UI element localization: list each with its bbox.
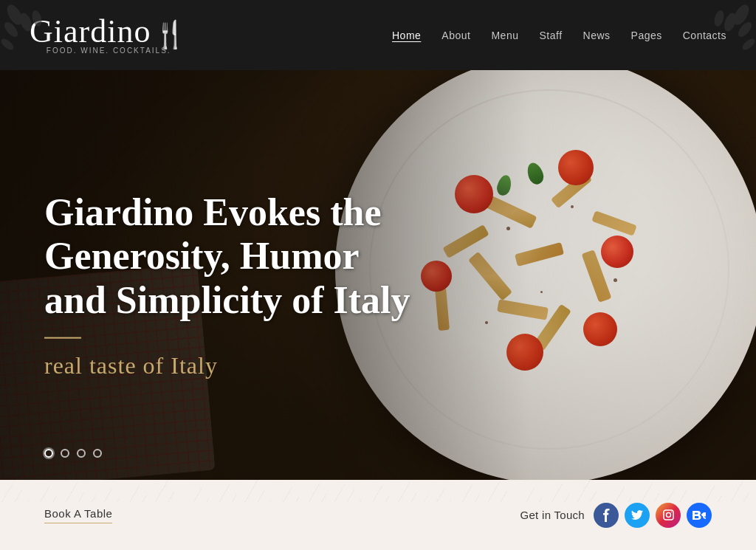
site-header: Giardino 🍴 Food. Wine. Cocktails. Home A… bbox=[0, 0, 756, 70]
social-icons bbox=[594, 503, 712, 528]
behance-icon bbox=[693, 511, 706, 520]
footer-bar: Book A Table Get in Touch bbox=[0, 480, 756, 550]
twitter-icon bbox=[631, 510, 643, 520]
nav-menu[interactable]: Menu bbox=[491, 30, 518, 41]
nav-about[interactable]: About bbox=[441, 30, 470, 41]
logo-name: Giardino 🍴 bbox=[30, 16, 188, 48]
nav-pages[interactable]: Pages bbox=[631, 30, 662, 41]
nav-news[interactable]: News bbox=[583, 30, 611, 41]
carousel-dot-3[interactable] bbox=[77, 449, 86, 458]
carousel-dot-2[interactable] bbox=[61, 449, 69, 458]
hero-title: Giardino Evokes the Generosity, Humor an… bbox=[44, 190, 428, 322]
hero-content: Giardino Evokes the Generosity, Humor an… bbox=[44, 190, 428, 379]
nav-staff[interactable]: Staff bbox=[539, 30, 562, 41]
nav-contacts[interactable]: Contacts bbox=[683, 30, 726, 41]
logo[interactable]: Giardino 🍴 Food. Wine. Cocktails. bbox=[30, 16, 188, 55]
main-nav: Home About Menu Staff News Pages Contact… bbox=[392, 30, 726, 41]
logo-text: Giardino bbox=[30, 16, 151, 48]
fork-icon: 🍴 bbox=[154, 21, 188, 48]
carousel-dot-4[interactable] bbox=[93, 449, 102, 458]
carousel-dot-1[interactable] bbox=[44, 449, 53, 458]
book-table-underline bbox=[44, 523, 112, 523]
instagram-icon bbox=[663, 509, 674, 520]
book-table-label[interactable]: Book A Table bbox=[44, 507, 112, 520]
twitter-button[interactable] bbox=[625, 503, 650, 528]
logo-tagline: Food. Wine. Cocktails. bbox=[47, 47, 171, 55]
instagram-button[interactable] bbox=[656, 503, 681, 528]
facebook-button[interactable] bbox=[594, 503, 619, 528]
hero-section: Giardino Evokes the Generosity, Humor an… bbox=[0, 70, 756, 480]
social-section: Get in Touch bbox=[520, 503, 712, 528]
svg-point-2 bbox=[670, 512, 672, 513]
nav-home[interactable]: Home bbox=[392, 30, 421, 41]
facebook-icon bbox=[602, 509, 610, 522]
book-table-section[interactable]: Book A Table bbox=[44, 507, 112, 523]
hero-subtitle: real taste of Italy bbox=[44, 352, 428, 379]
behance-button[interactable] bbox=[687, 503, 712, 528]
carousel-dots bbox=[44, 449, 102, 458]
get-in-touch-label: Get in Touch bbox=[520, 509, 585, 521]
svg-point-1 bbox=[666, 513, 670, 518]
hero-divider bbox=[44, 337, 81, 339]
